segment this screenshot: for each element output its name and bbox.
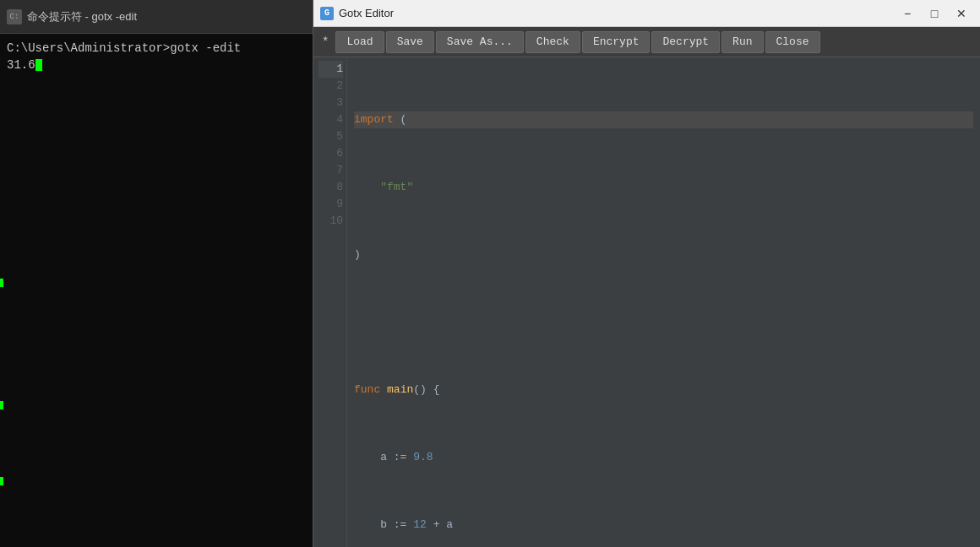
terminal-cursor	[35, 59, 42, 71]
line-number-5: 5	[318, 128, 343, 145]
terminal-panel: C: 命令提示符 - gotx -edit C:\Users\Administr…	[0, 0, 313, 547]
line-number-10: 10	[318, 213, 343, 230]
maximize-button[interactable]: □	[923, 5, 946, 22]
modified-indicator: *	[317, 35, 334, 49]
encrypt-button[interactable]: Encrypt	[582, 31, 651, 53]
save-as-button[interactable]: Save As...	[436, 31, 524, 53]
editor-content[interactable]: 1 2 3 4 5 6 7 8 9 10 import ( "fmt" )	[313, 57, 980, 547]
run-button[interactable]: Run	[721, 31, 763, 53]
editor-toolbar: * Load Save Save As... Check Encrypt Dec…	[313, 27, 980, 57]
editor-titlebar: G Gotx Editor − □ ✕	[313, 0, 980, 27]
editor-title-left: G Gotx Editor	[320, 7, 394, 20]
line-number-3: 3	[318, 95, 343, 111]
green-indicator-1	[0, 279, 3, 287]
line-number-1: 1	[318, 61, 343, 78]
green-indicator-2	[0, 401, 3, 409]
line-number-9: 9	[318, 196, 343, 213]
check-button[interactable]: Check	[525, 31, 580, 53]
terminal-prompt: C:\Users\Administrator>gotx -edit	[7, 41, 306, 57]
editor-window: G Gotx Editor − □ ✕ * Load Save Save As.…	[313, 0, 980, 547]
code-line-1: import (	[354, 111, 973, 128]
code-line-2: "fmt"	[354, 179, 973, 196]
editor-title-controls: − □ ✕	[896, 5, 973, 22]
terminal-icon: C:	[7, 9, 22, 24]
green-indicator-3	[0, 477, 3, 485]
line-number-4: 4	[318, 111, 343, 128]
close-button[interactable]: Close	[765, 31, 820, 53]
minimize-button[interactable]: −	[896, 5, 919, 22]
editor-app-icon: G	[320, 7, 334, 20]
decrypt-button[interactable]: Decrypt	[651, 31, 720, 53]
terminal-title: 命令提示符 - gotx -edit	[27, 9, 137, 24]
code-line-6: a := 9.8	[354, 449, 973, 466]
code-area[interactable]: import ( "fmt" ) func main() { a := 9.8	[347, 57, 980, 547]
code-line-4	[354, 314, 973, 331]
code-line-5: func main() {	[354, 382, 973, 398]
save-button[interactable]: Save	[386, 31, 434, 53]
line-number-8: 8	[318, 179, 343, 196]
terminal-body[interactable]: C:\Users\Administrator>gotx -edit 31.6	[0, 34, 313, 547]
code-line-7: b := 12 + a	[354, 517, 973, 533]
code-line-3: )	[354, 246, 973, 263]
terminal-output: 31.6	[7, 57, 306, 74]
line-number-7: 7	[318, 162, 343, 179]
line-number-2: 2	[318, 78, 343, 95]
load-button[interactable]: Load	[335, 31, 384, 53]
editor-title-text: Gotx Editor	[339, 7, 394, 19]
window-close-button[interactable]: ✕	[950, 5, 973, 22]
line-number-6: 6	[318, 145, 343, 162]
terminal-titlebar: C: 命令提示符 - gotx -edit	[0, 0, 313, 34]
line-numbers: 1 2 3 4 5 6 7 8 9 10	[313, 57, 347, 547]
